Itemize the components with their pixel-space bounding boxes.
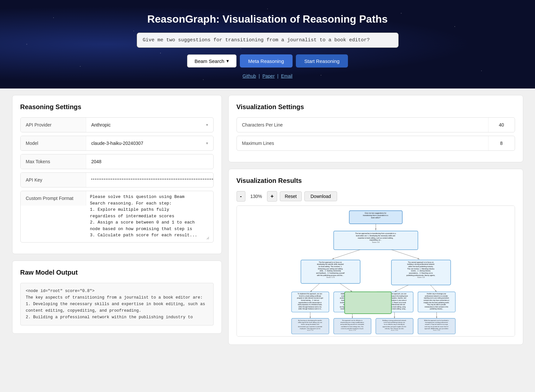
zoom-out-button[interactable]: -: [237, 191, 245, 202]
edge-node1-node3: [391, 250, 419, 259]
page-title: ReasonGraph: Visualisation of Reasoning …: [7, 13, 528, 25]
reset-button[interactable]: Reset: [280, 191, 302, 201]
raw-output-content[interactable]: <node id="root" score="0.8"> The key asp…: [20, 283, 214, 325]
header-section: ReasonGraph: Visualisation of Reasoning …: [0, 0, 535, 88]
chars-per-line-label: Characters Per Line: [237, 118, 488, 132]
custom-prompt-row: Custom Prompt Format Please solve this q…: [20, 191, 214, 243]
max-lines-label: Maximum Lines: [237, 136, 488, 150]
api-provider-label: API Provider: [21, 118, 86, 132]
reasoning-settings-card: Reasoning Settings API Provider Anthropi…: [12, 95, 222, 254]
graph-svg: Give me two suggestions for transitionin…: [240, 209, 511, 337]
max-tokens-value[interactable]: 2048: [86, 154, 213, 169]
dropdown-arrow-icon: ▾: [226, 58, 229, 64]
main-content: Reasoning Settings API Provider Anthropi…: [6, 88, 530, 358]
paper-link[interactable]: Paper: [262, 73, 275, 79]
raw-output-title: Raw Model Output: [20, 269, 214, 276]
graph-area[interactable]: Give me two suggestions for transitionin…: [237, 206, 515, 337]
max-lines-value[interactable]: 8: [488, 136, 515, 150]
custom-prompt-textarea[interactable]: Please solve this question using Beam Se…: [90, 194, 209, 240]
custom-prompt-value[interactable]: Please solve this question using Beam Se…: [86, 191, 213, 242]
node2-text: The first approach is to focus on develo…: [316, 262, 345, 279]
model-value[interactable]: claude-3-haiku-20240307 ▾: [86, 136, 213, 150]
viz-controls: - 130% + Reset Download: [237, 191, 515, 202]
meta-reasoning-button[interactable]: Meta Reasoning: [240, 54, 293, 68]
chars-per-line-value[interactable]: 40: [488, 118, 515, 132]
api-key-row: API Key ••••••••••••••••••••••••••••••••…: [20, 172, 214, 187]
github-link[interactable]: Github: [242, 73, 256, 79]
api-key-value[interactable]: ••••••••••••••••••••••••••••••••••••••••…: [86, 173, 214, 186]
visualization-settings-title: Visualization Settings: [237, 103, 515, 111]
edge-node1-node2: [332, 250, 360, 259]
model-row: Model claude-3-haiku-20240307 ▾: [20, 136, 214, 151]
max-lines-row: Maximum Lines 8: [237, 136, 515, 151]
api-provider-dropdown-arrow-icon: ▾: [206, 123, 208, 127]
visualization-results-card: Visualization Results - 130% + Reset Dow…: [228, 169, 523, 345]
beam-search-button[interactable]: Beam Search ▾: [187, 54, 237, 68]
api-provider-value[interactable]: Anthropic ▾: [86, 118, 213, 132]
email-link[interactable]: Email: [281, 73, 293, 79]
reasoning-settings-title: Reasoning Settings: [20, 103, 214, 111]
right-panel: Visualization Settings Characters Per Li…: [228, 95, 523, 351]
query-input[interactable]: [137, 32, 399, 48]
edge3-3a: [394, 285, 409, 292]
api-provider-row: API Provider Anthropic ▾: [20, 117, 214, 132]
api-key-label: API Key: [21, 173, 86, 187]
answer-node: [344, 292, 391, 314]
chars-per-line-row: Characters Per Line 40: [237, 117, 515, 132]
model-label: Model: [21, 136, 86, 150]
header-links: Github | Paper | Email: [7, 73, 528, 79]
zoom-level: 130%: [248, 194, 264, 199]
custom-prompt-label: Custom Prompt Format: [21, 191, 86, 206]
edge2-2a: [310, 284, 320, 292]
header-buttons: Beam Search ▾ Meta Reasoning Start Reaso…: [7, 54, 528, 68]
max-tokens-row: Max Tokens 2048: [20, 154, 214, 169]
visualization-results-title: Visualization Results: [237, 177, 515, 185]
start-reasoning-button[interactable]: Start Reasoning: [296, 54, 348, 68]
visualization-settings-card: Visualization Settings Characters Per Li…: [228, 95, 523, 162]
zoom-in-button[interactable]: +: [267, 191, 277, 202]
max-tokens-label: Max Tokens: [21, 154, 86, 169]
edge3-3b: [430, 285, 436, 292]
edge2-2b: [340, 284, 352, 292]
left-panel: Reasoning Settings API Provider Anthropi…: [12, 95, 222, 351]
model-dropdown-arrow-icon: ▾: [206, 141, 208, 146]
raw-output-card: Raw Model Output <node id="root" score="…: [12, 261, 222, 334]
query-input-wrap: [137, 32, 399, 48]
download-button[interactable]: Download: [304, 191, 337, 201]
